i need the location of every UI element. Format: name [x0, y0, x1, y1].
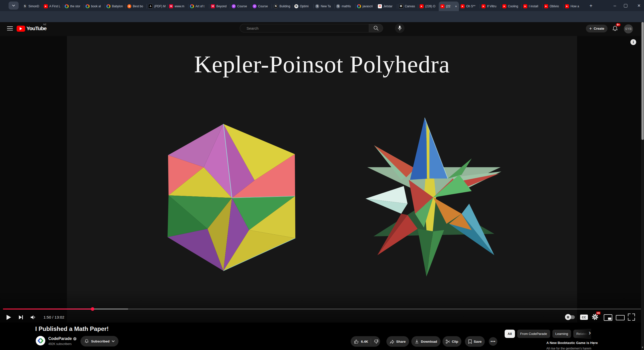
browser-tab[interactable]: Oblivio	[542, 2, 563, 11]
browser-tab[interactable]: SNew Ta	[313, 2, 334, 11]
new-tab-button[interactable]: +	[587, 2, 595, 10]
favicon-medium: M	[399, 4, 403, 9]
create-label: Create	[594, 27, 604, 30]
video-player[interactable]: Kepler-Poinsot Polyhedra	[0, 36, 644, 323]
browser-tab[interactable]: A First L	[42, 2, 63, 11]
autoplay-knob-pause-icon[interactable]	[565, 314, 571, 320]
search-input[interactable]	[246, 26, 358, 31]
great-dodecahedron-graphic	[165, 122, 298, 273]
browser-tab[interactable]: book al	[84, 2, 105, 11]
browser-tab[interactable]: (22✕	[439, 2, 459, 11]
volume-button[interactable]	[30, 315, 37, 320]
player-controls-gradient	[0, 290, 644, 323]
related-video-subtitle: All rise for the gentlemen's harem	[546, 347, 591, 350]
browser-tab[interactable]: Oh S**	[459, 2, 480, 11]
browser-tab[interactable]: javascri	[355, 2, 376, 11]
like-count: 6.4K	[361, 340, 368, 343]
account-avatar[interactable]: SYB	[624, 24, 633, 33]
browser-toolbar: ← → ↻ youtube.com/watch?v=zVRNcRFaZ94 ☆ …	[0, 11, 644, 22]
codeparade-logo-icon	[37, 337, 44, 344]
progress-bar[interactable]	[3, 309, 641, 310]
video-info-icon[interactable]: i	[630, 39, 636, 45]
create-button[interactable]: + Create	[586, 25, 608, 32]
browser-tab[interactable]: SSimonD	[21, 2, 42, 11]
browser-tab[interactable]: If Viltru	[480, 2, 501, 11]
browser-tab[interactable]: A(PDF) M	[146, 2, 167, 11]
verified-badge-icon: ✓	[73, 337, 76, 340]
browser-tab[interactable]: Smathfu	[334, 2, 355, 11]
related-video-menu-icon[interactable]: ⋮	[592, 341, 595, 346]
browser-tab[interactable]: MBeyond	[209, 2, 230, 11]
youtube-wordmark[interactable]: YouTube	[26, 25, 47, 31]
tab-close-icon[interactable]: ✕	[455, 5, 457, 8]
browser-tab[interactable]: UCourse	[251, 2, 272, 11]
favicon-udemy: U	[232, 4, 236, 8]
chips-scroll-right-icon[interactable]: ›	[589, 329, 591, 337]
favicon-youtube	[544, 4, 548, 8]
browser-tab[interactable]: NBuilding	[272, 2, 293, 11]
save-button[interactable]: Save	[465, 336, 485, 347]
filter-chip[interactable]: Learning	[552, 330, 571, 338]
theater-mode-button[interactable]	[616, 315, 625, 320]
browser-tab[interactable]: Art of t	[188, 2, 209, 11]
fullscreen-button[interactable]	[628, 314, 635, 321]
tab-search-chevron-button[interactable]	[9, 2, 19, 10]
download-button[interactable]: Download	[411, 336, 440, 347]
thumbs-up-icon	[354, 339, 359, 344]
favicon-youtube	[420, 4, 424, 8]
favicon-udemy: U	[253, 4, 257, 8]
browser-tab[interactable]: Mwww.m	[167, 2, 188, 11]
like-button[interactable]: 6.4K	[351, 336, 368, 347]
hd-quality-badge: HD	[596, 312, 600, 315]
browser-tab[interactable]: (226) O	[418, 2, 439, 11]
channel-name[interactable]: CodeParade ✓	[48, 336, 76, 341]
subscribed-label: Subscribed	[91, 339, 110, 343]
like-dislike-group: 6.4K	[351, 336, 380, 347]
window-close-button[interactable]: ✕	[635, 2, 642, 9]
play-button[interactable]	[6, 314, 12, 320]
browser-tab[interactable]: Babylon	[105, 2, 126, 11]
related-video-thumbnail[interactable]	[505, 341, 543, 350]
bookmark-icon	[468, 339, 472, 344]
browser-tab[interactable]: How a	[563, 2, 584, 11]
browser-tab[interactable]: the stor	[63, 2, 84, 11]
favicon-globe: S	[315, 4, 319, 8]
youtube-logo-icon[interactable]	[17, 26, 25, 32]
like-divider	[371, 338, 371, 344]
miniplayer-button[interactable]	[604, 314, 612, 321]
share-button[interactable]: Share	[386, 336, 409, 347]
browser-tab-strip: SSimonDA First Lthe storbook alBabylonüB…	[0, 0, 644, 11]
browser-tab[interactable]: NOptimi	[293, 2, 313, 11]
related-video-title[interactable]: A New Boobtastic Game is Here	[546, 341, 593, 345]
page-scrollbar-thumb[interactable]	[641, 22, 644, 140]
subscriber-count: 492K subscribers	[48, 342, 72, 346]
browser-tab[interactable]: MJetstar	[376, 2, 397, 11]
settings-gear-icon[interactable]	[592, 314, 598, 320]
scissors-icon	[446, 339, 450, 344]
browser-tab[interactable]: üBest bo	[126, 2, 146, 11]
download-icon	[415, 339, 419, 344]
channel-avatar[interactable]	[36, 336, 45, 345]
browser-tab[interactable]: MCanvas	[397, 2, 418, 11]
window-maximize-button[interactable]	[624, 4, 627, 8]
search-box[interactable]	[240, 24, 369, 32]
voice-search-button[interactable]	[395, 23, 405, 33]
next-button[interactable]	[18, 315, 23, 320]
subscribed-button[interactable]: Subscribed	[80, 336, 118, 346]
filter-chip[interactable]: All	[505, 330, 515, 338]
favicon-youtube	[44, 4, 48, 8]
browser-tab[interactable]: Cooling	[501, 2, 521, 11]
clip-button[interactable]: Clip	[442, 336, 461, 347]
browser-tab[interactable]: UCourse	[230, 2, 251, 11]
subtitles-cc-button[interactable]: CC	[580, 315, 588, 320]
favicon-youtube	[440, 4, 445, 8]
search-button[interactable]	[369, 24, 383, 32]
browser-tab[interactable]: I install	[521, 2, 542, 11]
scrollbar-down-arrow-icon[interactable]: ▼	[641, 346, 644, 349]
window-minimize-button[interactable]: –	[611, 2, 618, 9]
more-actions-button[interactable]: •••	[489, 337, 497, 346]
filter-chip[interactable]: From CodeParade	[517, 330, 550, 338]
share-label: Share	[396, 340, 406, 343]
dislike-button[interactable]	[374, 339, 380, 344]
favicon-youtube	[481, 4, 486, 8]
